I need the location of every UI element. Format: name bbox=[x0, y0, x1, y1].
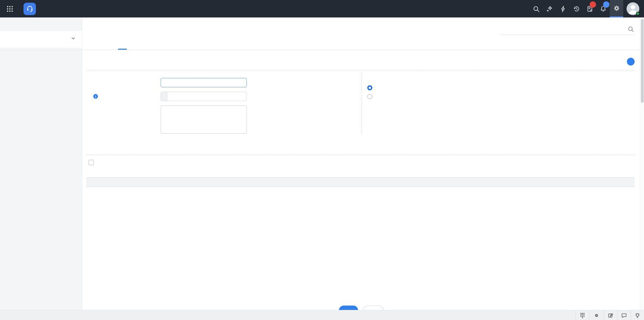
field-id-input[interactable] bbox=[167, 92, 247, 101]
chevron-down-icon bbox=[72, 36, 75, 39]
description-textarea[interactable] bbox=[161, 105, 247, 134]
history-icon[interactable] bbox=[570, 0, 583, 17]
tab-release-roles[interactable] bbox=[118, 37, 127, 50]
role-name-label bbox=[90, 78, 92, 87]
main-content: i bbox=[82, 17, 644, 310]
separator bbox=[86, 155, 635, 155]
sidebar-group-custom[interactable] bbox=[0, 31, 82, 44]
radio-selected-icon bbox=[367, 85, 372, 90]
vertical-scrollbar[interactable] bbox=[640, 17, 644, 310]
help-icon[interactable] bbox=[627, 58, 635, 65]
scrollbar-thumb[interactable] bbox=[641, 19, 644, 103]
settings-search-input[interactable] bbox=[500, 24, 625, 34]
all-access-checkbox[interactable] bbox=[89, 160, 94, 165]
settings-search bbox=[500, 24, 635, 35]
chat-icon[interactable] bbox=[617, 310, 631, 320]
tab-close-codes[interactable] bbox=[94, 37, 103, 50]
online-status-dot bbox=[636, 12, 640, 15]
search-icon[interactable] bbox=[529, 0, 543, 17]
radio-unselected-icon bbox=[367, 94, 372, 99]
bell-icon[interactable] bbox=[596, 0, 610, 17]
approvals-badge bbox=[590, 1, 596, 8]
sidebar-bottom-groups bbox=[0, 50, 82, 52]
flash-icon[interactable] bbox=[556, 0, 570, 17]
dialpad-icon[interactable] bbox=[576, 310, 589, 320]
field-id-prefix bbox=[161, 92, 167, 101]
separator bbox=[86, 70, 635, 70]
ai-sparkle-icon[interactable] bbox=[543, 0, 556, 17]
table-header-row bbox=[86, 177, 635, 187]
cancel-button[interactable] bbox=[363, 306, 384, 310]
all-access-checkbox-row[interactable] bbox=[89, 160, 97, 165]
app-launcher-icon[interactable] bbox=[5, 4, 14, 13]
navbar-right-icons bbox=[529, 0, 644, 17]
headset-logo-icon[interactable] bbox=[23, 3, 36, 15]
phone-gear-icon[interactable] bbox=[589, 310, 604, 320]
footer-bar bbox=[0, 310, 644, 320]
permissions-table bbox=[86, 177, 635, 187]
tabs-bar bbox=[82, 37, 644, 50]
field-id-field bbox=[161, 92, 247, 101]
role-name-input[interactable] bbox=[161, 78, 247, 87]
footer-toolbar bbox=[576, 310, 644, 320]
settings-sidebar bbox=[0, 17, 82, 310]
field-id-label: i bbox=[90, 92, 98, 101]
info-icon[interactable]: i bbox=[93, 94, 98, 99]
app-root: i bbox=[0, 0, 644, 320]
vertical-divider bbox=[362, 74, 362, 134]
top-navbar bbox=[0, 0, 644, 17]
notifications-badge bbox=[603, 1, 609, 8]
save-button[interactable] bbox=[339, 306, 358, 310]
sidebar-title bbox=[0, 17, 82, 31]
approvals-icon[interactable] bbox=[583, 0, 596, 17]
lightbulb-icon[interactable] bbox=[631, 310, 644, 320]
user-avatar[interactable] bbox=[627, 2, 639, 15]
settings-gear-icon[interactable] bbox=[610, 0, 623, 17]
compose-icon[interactable] bbox=[604, 310, 617, 320]
sidebar-custom-group bbox=[0, 31, 82, 48]
radio-all-users[interactable] bbox=[367, 84, 375, 91]
radio-technicians-only[interactable] bbox=[367, 93, 375, 100]
tab-stages-status[interactable] bbox=[106, 37, 115, 50]
search-icon[interactable] bbox=[628, 26, 634, 34]
